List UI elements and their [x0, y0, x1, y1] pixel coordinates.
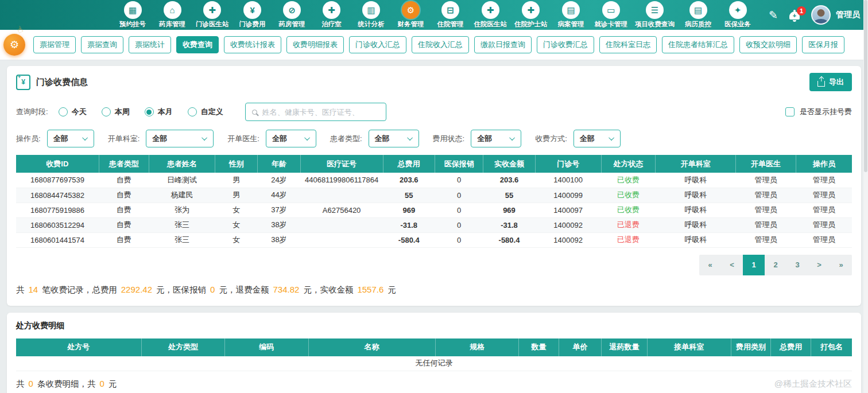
- page-3[interactable]: 3: [786, 255, 808, 275]
- search-input[interactable]: [262, 108, 379, 116]
- table-cell: 0: [435, 188, 483, 203]
- gear-fab-button[interactable]: ⚙: [3, 34, 25, 56]
- tab-7[interactable]: 门诊收入汇总: [349, 36, 406, 53]
- nav-item-label: 住院管理: [437, 20, 464, 29]
- tab-10[interactable]: 门诊收费汇总: [537, 36, 594, 53]
- top-nav: ▦预约挂号⌂药库管理✚门诊医生站¥门诊费用⊘药房管理✚治疗室▥统计分析⚙财务管理…: [0, 0, 868, 30]
- nav-item-outpatient-doctor[interactable]: ✚门诊医生站: [196, 1, 229, 29]
- nav-item-label: 住院医生站: [474, 20, 507, 29]
- tab-6[interactable]: 收费明细报表: [286, 36, 344, 53]
- column-header: 处方类型: [141, 338, 224, 356]
- table-cell: -31.8: [483, 217, 535, 232]
- tab-2[interactable]: 票据查询: [81, 36, 123, 53]
- column-header: 性别: [215, 155, 258, 173]
- nav-item-visit-card[interactable]: ▭就诊卡管理: [595, 1, 628, 29]
- select-fee-status[interactable]: 全部: [471, 130, 521, 147]
- table-cell: 已收费: [601, 173, 656, 188]
- radio-option[interactable]: 今天: [59, 107, 87, 117]
- filter-patient-type: 患者类型:全部: [330, 130, 419, 147]
- table-cell: 管理员: [796, 173, 852, 188]
- nav-item-medical-insurance[interactable]: ✦医保业务: [722, 1, 754, 29]
- show-registration-fee-toggle[interactable]: 是否显示挂号费: [785, 107, 852, 117]
- table-row[interactable]: 1680601441574自费张三女38岁-580.40-580.4140009…: [16, 232, 852, 247]
- radio-option[interactable]: 本周: [102, 107, 130, 117]
- summary-segment: 0: [208, 285, 216, 294]
- table-row[interactable]: 1680603512294自费张三女38岁-31.80-31.81400092已…: [16, 217, 852, 232]
- table-cell: 男: [215, 173, 258, 188]
- tab-4[interactable]: 收费查询: [176, 36, 219, 53]
- user-menu[interactable]: 管理员: [811, 5, 860, 25]
- column-header: 患者姓名: [149, 155, 215, 173]
- page-2[interactable]: 2: [765, 255, 786, 275]
- page-prev[interactable]: <: [721, 255, 743, 275]
- pencil-icon[interactable]: ✎: [769, 9, 778, 22]
- table-cell: 55: [383, 188, 435, 203]
- notification-badge: 1: [797, 6, 806, 15]
- tab-3[interactable]: 票据统计: [129, 36, 171, 53]
- table-cell: 男: [215, 188, 258, 203]
- table-row[interactable]: 1680877697539自费日峰测试男24岁44068119980611786…: [16, 173, 852, 188]
- finance-icon: ⚙: [402, 1, 420, 19]
- select-value: 全部: [477, 134, 492, 144]
- column-header: 收费ID: [16, 155, 99, 173]
- nav-item-label: 预约挂号: [119, 20, 146, 29]
- page-next[interactable]: >: [808, 255, 830, 275]
- table-cell: 管理员: [796, 232, 852, 247]
- nav-item-finance[interactable]: ⚙财务管理: [395, 1, 427, 29]
- record-qc-icon: ▤: [689, 1, 707, 19]
- summary-segment: 元，实收金额: [301, 285, 355, 294]
- summary-segment: 条收费明细，共: [35, 379, 98, 388]
- nav-item-outpatient-fee[interactable]: ¥门诊费用: [237, 1, 269, 29]
- scrollbar[interactable]: [863, 0, 868, 393]
- radio-label: 自定义: [201, 107, 223, 117]
- nav-item-medical-records[interactable]: ▤病案管理: [555, 1, 587, 29]
- tab-9[interactable]: 缴款日报查询: [474, 36, 532, 53]
- select-order-doctor[interactable]: 全部: [266, 130, 316, 147]
- page-1[interactable]: 1: [743, 255, 765, 275]
- tab-12[interactable]: 住院患者结算汇总: [662, 36, 734, 53]
- tab-11[interactable]: 住院科室日志: [599, 36, 657, 53]
- nav-item-drug-store[interactable]: ⌂药库管理: [156, 1, 188, 29]
- nav-item-inpatient-mgmt[interactable]: ⊟住院管理: [435, 1, 467, 29]
- nav-item-inpatient-doctor[interactable]: ✚住院医生站: [474, 1, 507, 29]
- scrollbar-thumb[interactable]: [864, 0, 867, 172]
- page-last[interactable]: »: [830, 255, 852, 275]
- table-cell: 440681199806117864: [300, 173, 383, 188]
- table-row[interactable]: 1680775919886自费张为女37岁A627564209690969140…: [16, 203, 852, 217]
- table-cell: 1680877697539: [16, 173, 99, 188]
- export-button[interactable]: 导出: [809, 73, 852, 91]
- select-patient-type[interactable]: 全部: [369, 130, 419, 147]
- nav-item-record-qc[interactable]: ▤病历质控: [682, 1, 714, 29]
- nav-item-pharmacy[interactable]: ⊘药房管理: [276, 1, 308, 29]
- nav-item-treatment-room[interactable]: ✚治疗室: [316, 1, 348, 29]
- main-summary: 共 14 笔收费记录，总费用 2292.42 元，医保报销 0 元，退费金额 7…: [7, 275, 861, 306]
- table-row[interactable]: 1680844745382自费杨建民男44岁550551400099已收费呼吸科…: [16, 188, 852, 203]
- column-header: 医疗证号: [300, 155, 383, 173]
- tab-13[interactable]: 收预交款明细: [739, 36, 797, 53]
- empty-row: 无任何记录: [16, 356, 852, 371]
- table-cell: 已退费: [601, 232, 656, 247]
- summary-segment: 元: [106, 379, 117, 388]
- radio-option[interactable]: 自定义: [188, 107, 223, 117]
- table-cell: 55: [483, 188, 535, 203]
- select-operator[interactable]: 全部: [47, 130, 94, 147]
- prescription-detail-panel: 处方收费明细 处方号处方类型编码名称规格数量单价退药数量接单科室费用类别总费用打…: [7, 313, 861, 393]
- notification-bell[interactable]: + 1: [789, 11, 800, 20]
- table-cell: 44岁: [258, 188, 300, 203]
- tab-8[interactable]: 住院收入汇总: [412, 36, 469, 53]
- nav-item-statistics[interactable]: ▥统计分析: [355, 1, 388, 29]
- nav-item-appointment[interactable]: ▦预约挂号: [117, 1, 149, 29]
- tab-1[interactable]: 票据管理: [33, 36, 76, 53]
- tab-14[interactable]: 医保月报: [802, 36, 844, 53]
- radio-option[interactable]: 本月: [145, 107, 173, 117]
- tab-5[interactable]: 收费统计报表: [224, 36, 281, 53]
- page-first[interactable]: «: [699, 255, 721, 275]
- select-charge-method[interactable]: 全部: [574, 130, 621, 147]
- table-cell: 1400092: [535, 217, 601, 232]
- table-cell: 女: [215, 217, 258, 232]
- nav-item-item-fee-query[interactable]: ☰项目收费查询: [635, 1, 675, 29]
- detail-table-head: 处方号处方类型编码名称规格数量单价退药数量接单科室费用类别总费用打包名: [16, 338, 852, 356]
- select-order-dept[interactable]: 全部: [146, 130, 214, 147]
- table-cell: 1400092: [535, 232, 601, 247]
- nav-item-inpatient-nurse[interactable]: ✚住院护士站: [514, 1, 548, 29]
